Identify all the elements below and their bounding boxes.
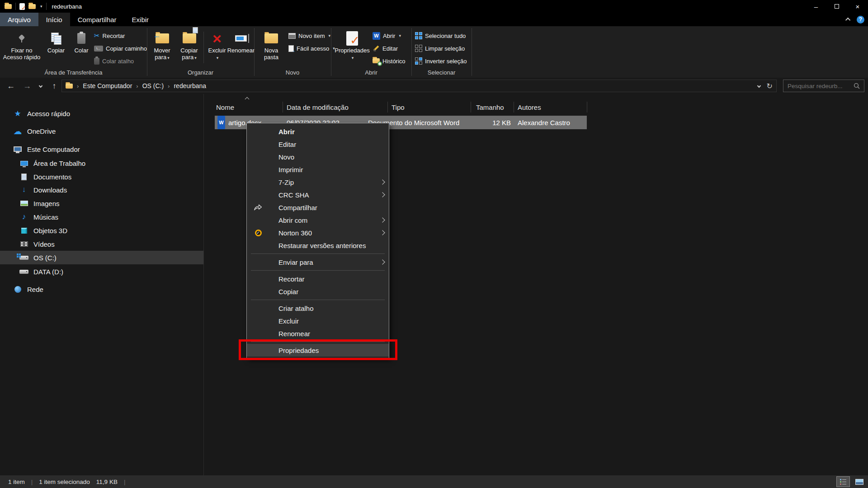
videos-icon (20, 241, 28, 247)
clear-selection-button[interactable]: Limpar seleção (415, 42, 465, 54)
pin-label-1: Fixar no (11, 47, 33, 54)
tab-inicio[interactable]: Início (38, 13, 70, 26)
cut-button[interactable]: ✂ Recortar (94, 30, 125, 42)
address-bar[interactable]: › Este Computador › OS (C:) › redeurbana… (61, 80, 777, 92)
chevron-down-icon: ▾ (194, 56, 197, 60)
menu-item-criar-atalho[interactable]: Criar atalho (247, 302, 389, 314)
details-view-icon (840, 479, 847, 485)
easy-access-button[interactable]: Fácil acesso ▾ (288, 42, 335, 54)
edit-button[interactable]: Editar (373, 42, 398, 54)
column-header-autores[interactable]: Autores (518, 100, 541, 114)
menu-item-recortar[interactable]: Recortar (247, 272, 389, 285)
menu-item-novo[interactable]: Novo (247, 150, 389, 163)
tab-arquivo[interactable]: Arquivo (0, 13, 38, 26)
pin-quick-access-button[interactable]: Fixar no Acesso rápido (2, 29, 42, 67)
sidebar-item-documentos[interactable]: Documentos (0, 170, 203, 183)
search-box[interactable] (783, 80, 864, 92)
breadcrumb-redeurbana[interactable]: redeurbana (174, 82, 206, 89)
sidebar-item-os-c[interactable]: OS (C:) (0, 251, 203, 264)
maximize-button[interactable] (826, 0, 847, 13)
search-input[interactable] (788, 83, 854, 89)
file-authors: Alexandre Castro (518, 116, 570, 129)
breadcrumb-este-computador[interactable]: Este Computador (83, 82, 132, 89)
sidebar-item-este-computador[interactable]: Este Computador (0, 142, 203, 156)
tab-exibir[interactable]: Exibir (124, 13, 157, 26)
qat-properties-icon[interactable] (19, 3, 25, 10)
rename-button[interactable]: Renomear (229, 29, 253, 67)
collapse-ribbon-icon[interactable] (845, 18, 850, 23)
menu-item-norton-360[interactable]: ✓ Norton 360 (247, 226, 389, 239)
new-item-button[interactable]: Novo item ▾ (288, 30, 330, 42)
refresh-icon[interactable]: ↻ (767, 82, 773, 90)
menu-item-crc-sha[interactable]: CRC SHA (247, 188, 389, 201)
sidebar-item-downloads[interactable]: ↓ Downloads (0, 183, 203, 197)
sidebar-item-musicas[interactable]: ♪ Músicas (0, 210, 203, 224)
back-button[interactable]: ← (5, 78, 17, 94)
properties-button[interactable]: Propriedades ▾ (334, 29, 371, 67)
history-button[interactable]: Histórico (373, 55, 406, 67)
thumbnail-view-button[interactable] (853, 476, 866, 487)
sidebar-item-imagens[interactable]: Imagens (0, 197, 203, 210)
sidebar-item-rede[interactable]: Rede (0, 282, 203, 296)
paste-shortcut-button[interactable]: Colar atalho (94, 55, 134, 67)
breadcrumb-os-c[interactable]: OS (C:) (142, 82, 164, 89)
menu-item-editar[interactable]: Editar (247, 138, 389, 150)
address-dropdown-icon[interactable] (757, 84, 760, 88)
copy-button[interactable]: Copiar (43, 29, 69, 67)
open-label: Abrir (383, 33, 395, 39)
share-icon (252, 203, 264, 211)
main-area: ★ Acesso rápido ☁ OneDrive Este Computad… (0, 94, 868, 475)
open-button[interactable]: W Abrir ▾ (373, 30, 401, 42)
sidebar-item-label: Músicas (33, 213, 58, 221)
menu-item-compartilhar[interactable]: Compartilhar (247, 201, 389, 214)
help-icon[interactable]: ? (857, 16, 864, 23)
properties-icon (346, 31, 358, 46)
column-header-tamanho[interactable]: Tamanho (476, 100, 504, 114)
sidebar-item-label: Este Computador (27, 145, 80, 153)
menu-item-excluir[interactable]: Excluir (247, 314, 389, 327)
menu-item-abrir[interactable]: Abrir (247, 125, 389, 138)
chevron-down-icon: ▾ (352, 56, 354, 60)
qat-customize-chevron-icon[interactable]: ▾ (40, 4, 42, 9)
tab-compartilhar[interactable]: Compartilhar (70, 13, 124, 26)
details-view-button[interactable] (836, 476, 850, 487)
move-to-button[interactable]: ← Mover para▾ (149, 29, 175, 67)
copy-to-icon (183, 33, 196, 43)
column-header-tipo[interactable]: Tipo (392, 100, 405, 114)
sidebar-item-acesso-rapido[interactable]: ★ Acesso rápido (0, 107, 203, 120)
sidebar-item-objetos-3d[interactable]: Objetos 3D (0, 224, 203, 237)
new-folder-label-2: pasta (264, 54, 278, 61)
copy-path-button[interactable]: \.. Copiar caminho (94, 42, 147, 54)
recent-locations-chevron-icon[interactable] (36, 78, 45, 94)
invert-selection-button[interactable]: Inverter seleção (415, 55, 467, 67)
column-header-nome[interactable]: Nome (216, 100, 234, 114)
new-folder-button[interactable]: Nova pasta (258, 29, 285, 67)
menu-item-abrir-com[interactable]: Abrir com (247, 214, 389, 226)
qat-new-folder-icon[interactable] (28, 4, 36, 9)
minimize-button[interactable]: – (806, 0, 826, 13)
divider: | (124, 479, 126, 485)
search-icon[interactable] (854, 83, 860, 89)
sidebar-item-data-d[interactable]: DATA (D:) (0, 265, 203, 278)
forward-button[interactable]: → (21, 78, 33, 94)
menu-item-copiar[interactable]: Copiar (247, 285, 389, 298)
sidebar-item-onedrive[interactable]: ☁ OneDrive (0, 124, 203, 138)
delete-button[interactable]: × Excluir ▾ (206, 29, 228, 67)
menu-item-7zip[interactable]: 7-Zip (247, 176, 389, 188)
menu-item-restaurar-versoes[interactable]: Restaurar versões anteriores (247, 239, 389, 252)
menu-item-enviar-para[interactable]: Enviar para (247, 256, 389, 268)
sidebar-item-videos[interactable]: Vídeos (0, 237, 203, 251)
data-drive-icon (19, 270, 28, 274)
menu-item-imprimir[interactable]: Imprimir (247, 163, 389, 176)
sort-ascending-icon (245, 97, 250, 102)
select-all-button[interactable]: Selecionar tudo (415, 30, 466, 42)
menu-separator (251, 300, 385, 300)
paste-button[interactable]: Colar (71, 29, 92, 67)
copy-to-button[interactable]: Copiar para▾ (176, 29, 202, 67)
menu-item-renomear[interactable]: Renomear (247, 327, 389, 340)
ribbon-group-select-label: Selecionar (411, 68, 472, 77)
sidebar-item-area-de-trabalho[interactable]: Área de Trabalho (0, 156, 203, 170)
column-header-data[interactable]: Data de modificação (287, 100, 349, 114)
close-button[interactable]: × (847, 0, 868, 13)
up-button[interactable]: ↑ (48, 78, 61, 94)
